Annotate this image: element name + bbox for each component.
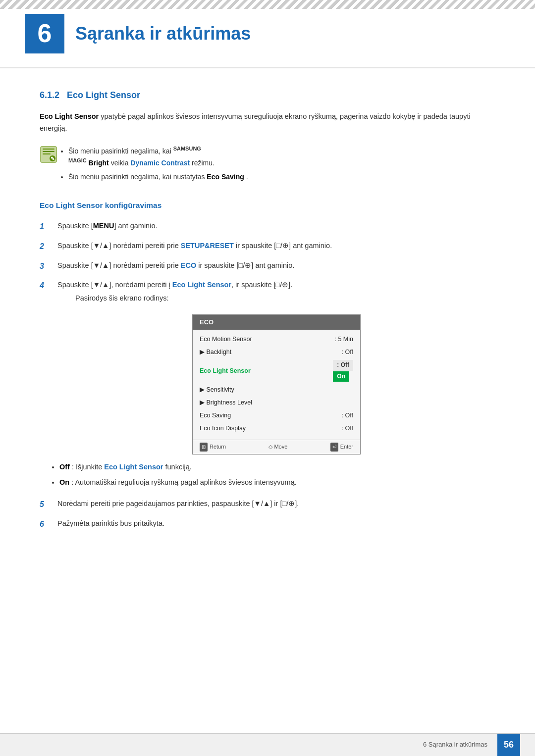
steps-list-2: 5 Norėdami pereiti prie pageidaujamos pa…	[40, 498, 495, 530]
note-item-2: Šio meniu pasirinkti negalima, kai nusta…	[68, 171, 248, 182]
eco-menu-container: ECO Eco Motion Sensor : 5 Min ▶ Backligh…	[57, 314, 495, 454]
footer-chapter-text: 6 Sąranka ir atkūrimas	[423, 740, 487, 750]
step-4-sub: Pasirodys šis ekrano rodinys:	[57, 293, 495, 304]
step-6: 6 Pažymėta parinktis bus pritaikyta.	[40, 518, 495, 531]
section-title: Eco Light Sensor	[67, 90, 140, 100]
eco-row-brightness: ▶ Brightness Level	[193, 396, 360, 409]
sub-section-heading: Eco Light Sensor konfigūravimas	[40, 200, 495, 212]
page-footer: 6 Sąranka ir atkūrimas 56	[0, 733, 535, 756]
note-icon: ✎	[40, 146, 57, 163]
note-box: ✎ Šio meniu pasirinkti negalima, kai SAM…	[40, 145, 495, 185]
eco-row-sensitivity: ▶ Sensitivity	[193, 383, 360, 396]
step-5: 5 Norėdami pereiti prie pageidaujamos pa…	[40, 498, 495, 511]
main-content: 6.1.2 Eco Light Sensor Eco Light Sensor …	[0, 88, 535, 570]
footer-enter: ⏎ Enter	[330, 443, 353, 452]
eco-row-saving: Eco Saving : Off	[193, 409, 360, 422]
chapter-header: 6 Sąranka ir atkūrimas	[0, 0, 535, 68]
bullet-off: Off : Išjunkite Eco Light Sensor funkcij…	[59, 461, 495, 473]
step-3: 3 Spauskite [▼/▲] norėdami pereiti prie …	[40, 260, 495, 273]
steps-list: 1 Spauskite [MENU] ant gaminio. 2 Spausk…	[40, 220, 495, 304]
chapter-title: Sąranka ir atkūrimas	[75, 19, 251, 48]
svg-rect-1	[43, 149, 54, 150]
section-heading: 6.1.2 Eco Light Sensor	[40, 88, 495, 102]
svg-rect-3	[43, 153, 51, 154]
bullet-on: On : Automatiškai reguliuoja ryškumą pag…	[59, 477, 495, 488]
step-1: 1 Spauskite [MENU] ant gaminio.	[40, 220, 495, 233]
eco-row-motion: Eco Motion Sensor : 5 Min	[193, 333, 360, 346]
note-list: Šio meniu pasirinkti negalima, kai SAMSU…	[63, 145, 248, 185]
step-4: 4 Spauskite [▼/▲], norėdami pereiti į Ec…	[40, 279, 495, 304]
step-2: 2 Spauskite [▼/▲] norėdami pereiti prie …	[40, 240, 495, 253]
eco-row-backlight: ▶ Backlight : Off	[193, 346, 360, 358]
bullet-list: Off : Išjunkite Eco Light Sensor funkcij…	[40, 461, 495, 488]
eco-menu-body: Eco Motion Sensor : 5 Min ▶ Backlight : …	[193, 330, 360, 437]
intro-bold: Eco Light Sensor	[40, 112, 99, 120]
footer-page-number: 56	[497, 734, 520, 756]
eco-menu-footer: ⊞ Return ◇ Move ⏎ Enter	[193, 440, 360, 454]
intro-paragraph: Eco Light Sensor ypatybė pagal aplinkos …	[40, 110, 495, 135]
intro-text: ypatybė pagal aplinkos šviesos intensyvu…	[40, 112, 471, 133]
svg-rect-2	[43, 151, 54, 152]
eco-row-icon-display: Eco Icon Display : Off	[193, 422, 360, 435]
note-item-1: Šio meniu pasirinkti negalima, kai SAMSU…	[68, 145, 248, 168]
chapter-number: 6	[25, 14, 64, 53]
section-number: 6.1.2	[40, 90, 59, 100]
top-decoration	[0, 0, 535, 9]
footer-return: ⊞ Return	[200, 443, 226, 452]
eco-menu: ECO Eco Motion Sensor : 5 Min ▶ Backligh…	[192, 314, 361, 454]
svg-text:✎: ✎	[51, 156, 54, 161]
footer-move: ◇ Move	[268, 443, 287, 452]
eco-menu-header: ECO	[193, 315, 360, 330]
eco-row-light-sensor: Eco Light Sensor : Off On	[193, 358, 360, 383]
